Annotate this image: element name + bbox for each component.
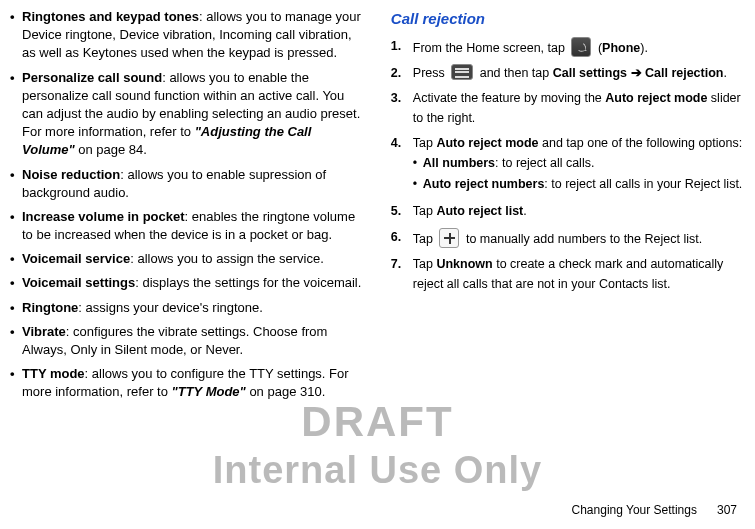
section-heading: Call rejection [391,8,751,31]
text: Press [413,66,448,80]
text: Tap [413,257,437,271]
watermark-internal: Internal Use Only [0,442,755,499]
term: Voicemail settings [22,275,135,290]
step-body: Press and then tap Call settings ➔ Call … [413,64,751,83]
list-item: Vibrate: configures the vibrate settings… [10,323,363,359]
term: Vibrate [22,324,66,339]
step-body: Tap Auto reject mode and tap one of the … [413,134,751,196]
step-number: 4. [391,134,413,196]
text: and then tap [480,66,553,80]
sub-item: All numbers: to reject all calls. [413,155,751,173]
step-body: Activate the feature by moving the Auto … [413,89,751,128]
sub-item: Auto reject numbers: to reject all calls… [413,176,751,194]
step-number: 5. [391,202,413,221]
term: TTY mode [22,366,85,381]
step-number: 3. [391,89,413,128]
step-number: 7. [391,255,413,294]
desc: : to reject all calls in your Reject lis… [544,177,742,191]
step-item: 7. Tap Unknown to create a check mark an… [391,255,751,294]
step-number: 6. [391,228,413,249]
list-item: Personalize call sound: allows you to en… [10,69,363,160]
step-body: From the Home screen, tap (Phone). [413,37,751,58]
list-item: Voicemail settings: displays the setting… [10,274,363,292]
term: Ringtones and keypad tones [22,9,199,24]
step-number: 1. [391,37,413,58]
feature-list: Ringtones and keypad tones: allows you t… [10,8,363,402]
desc: : configures the vibrate settings. Choos… [22,324,327,357]
ref-link: "TTY Mode" [172,384,246,399]
term: Personalize call sound [22,70,162,85]
left-column: Ringtones and keypad tones: allows you t… [10,8,363,408]
term: All numbers [423,156,495,170]
desc: : assigns your device's ringtone. [78,300,263,315]
term: Voicemail service [22,251,130,266]
step-number: 2. [391,64,413,83]
text: Activate the feature by moving the [413,91,605,105]
step-item: 3. Activate the feature by moving the Au… [391,89,751,128]
step-item: 2. Press and then tap Call settings ➔ Ca… [391,64,751,83]
term: Increase volume in pocket [22,209,185,224]
text: . [723,66,726,80]
list-item: Increase volume in pocket: enables the r… [10,208,363,244]
page-footer: Changing Your Settings 307 [572,501,737,519]
step-body: Tap to manually add numbers to the Rejec… [413,228,751,249]
desc: : allows you to assign the service. [130,251,324,266]
sub-list: All numbers: to reject all calls. Auto r… [413,155,751,193]
bold-text: Auto reject mode [436,136,538,150]
phone-icon [571,37,591,57]
term: Noise reduction [22,167,120,182]
bold-text: Unknown [436,257,492,271]
step-item: 6. Tap to manually add numbers to the Re… [391,228,751,249]
step-body: Tap Auto reject list. [413,202,751,221]
arrow-icon: ➔ [627,66,645,80]
section-name: Changing Your Settings [572,503,697,517]
right-column: Call rejection 1. From the Home screen, … [391,8,751,408]
step-item: 5. Tap Auto reject list. [391,202,751,221]
bold-text: Call settings [553,66,627,80]
text: ). [640,41,648,55]
page-columns: Ringtones and keypad tones: allows you t… [10,8,745,408]
desc-post: on page 84. [75,142,147,157]
bold-text: Phone [602,41,640,55]
list-item: Noise reduction: allows you to enable su… [10,166,363,202]
desc: : displays the settings for the voicemai… [135,275,361,290]
text: to manually add numbers to the Reject li… [466,232,702,246]
plus-icon [439,228,459,248]
text: and tap one of the following options: [539,136,743,150]
text: Tap [413,232,437,246]
bold-text: Auto reject list [436,204,523,218]
list-item: Ringtones and keypad tones: allows you t… [10,8,363,63]
text: Tap [413,136,437,150]
text: . [523,204,526,218]
bold-text: Auto reject mode [605,91,707,105]
text: Tap [413,204,437,218]
steps-list: 1. From the Home screen, tap (Phone). 2.… [391,37,751,294]
list-item: Voicemail service: allows you to assign … [10,250,363,268]
term: Ringtone [22,300,78,315]
list-item: Ringtone: assigns your device's ringtone… [10,299,363,317]
step-item: 1. From the Home screen, tap (Phone). [391,37,751,58]
step-item: 4. Tap Auto reject mode and tap one of t… [391,134,751,196]
step-body: Tap Unknown to create a check mark and a… [413,255,751,294]
desc: : to reject all calls. [495,156,594,170]
desc-post: on page 310. [246,384,326,399]
text: From the Home screen, tap [413,41,569,55]
page-number: 307 [717,503,737,517]
bold-text: Call rejection [645,66,724,80]
term: Auto reject numbers [423,177,545,191]
menu-icon [451,64,473,80]
list-item: TTY mode: allows you to configure the TT… [10,365,363,401]
